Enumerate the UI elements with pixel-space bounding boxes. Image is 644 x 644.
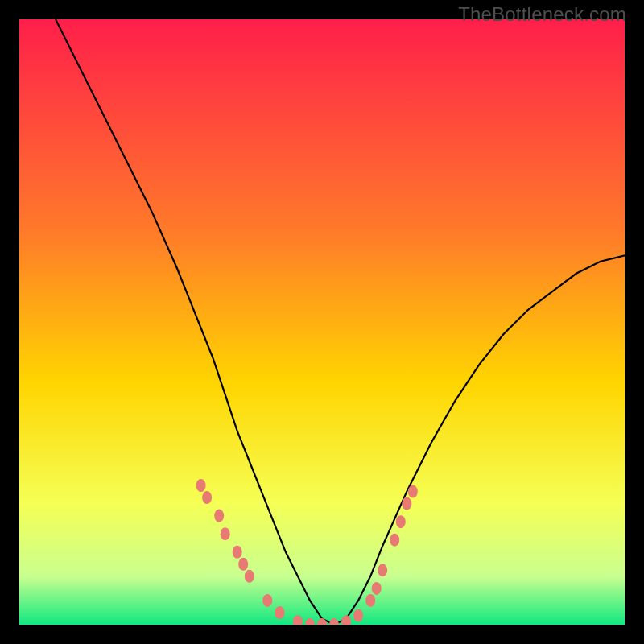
curve-marker — [378, 564, 387, 576]
curve-marker — [262, 594, 272, 607]
curve-marker — [390, 534, 399, 547]
curve-marker — [353, 609, 363, 622]
watermark-text: TheBottleneck.com — [458, 3, 626, 26]
curve-marker — [396, 515, 406, 528]
curve-marker — [238, 558, 248, 571]
curve-marker — [221, 527, 230, 540]
curve-marker — [214, 510, 224, 522]
curve-marker — [372, 582, 382, 595]
curve-marker — [275, 606, 284, 619]
curve-marker — [233, 546, 242, 559]
curve-marker — [245, 570, 254, 583]
bottleneck-chart — [19, 19, 625, 625]
curve-marker — [402, 497, 411, 510]
curve-marker — [196, 479, 206, 492]
curve-marker — [365, 594, 375, 607]
curve-marker — [408, 485, 418, 498]
gradient-background — [19, 19, 625, 625]
curve-marker — [202, 491, 212, 504]
